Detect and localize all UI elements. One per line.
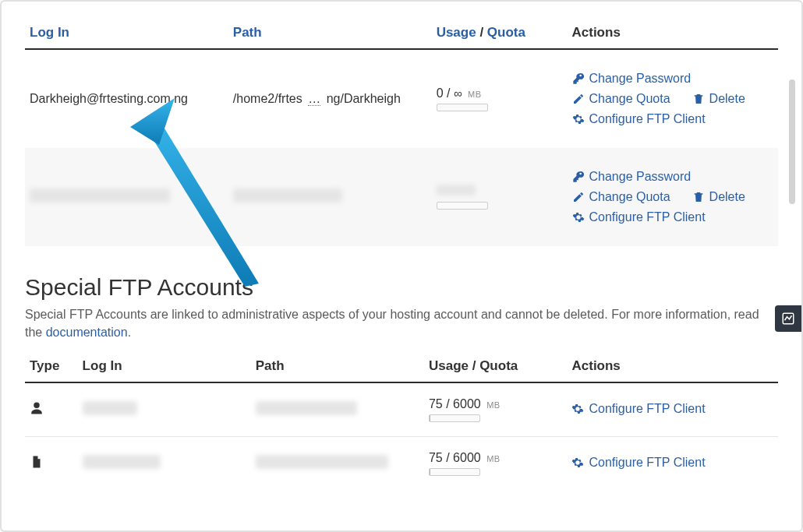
configure-ftp-link[interactable]: Configure FTP Client [572,112,706,126]
ftp-actions-cell: Change Password Change Quota Delete [568,148,779,246]
ftp-login: Darkheigh@frtesting.com.ng [25,49,228,148]
configure-ftp-label: Configure FTP Client [589,456,705,470]
configure-ftp-link[interactable]: Configure FTP Client [571,402,705,416]
configure-ftp-label: Configure FTP Client [589,402,705,416]
pencil-icon [572,93,585,105]
usage-bar [437,104,488,111]
gear-icon [571,403,584,415]
usage-sep: / [446,397,449,410]
redacted [30,188,170,203]
ftp-account-row: Change Password Change Quota Delete [25,148,778,246]
col-header-path[interactable]: Path [228,19,432,49]
type-cell [25,382,78,437]
usage-used: 75 [429,451,443,464]
usage-cell: 75 / 6000 MB [424,437,568,491]
section-desc-post: . [128,326,131,339]
change-password-label: Change Password [589,170,692,184]
special-ftp-row: 75 / 6000 MB Configure FTP Client [25,382,778,437]
stats-badge[interactable] [775,305,801,332]
delete-label: Delete [709,190,745,204]
delete-link[interactable]: Delete [692,190,745,204]
configure-ftp-link[interactable]: Configure FTP Client [572,210,706,224]
ftp-usage-cell [432,148,568,246]
usage-unit: MB [468,90,482,99]
usage-unit: MB [486,400,501,410]
key-icon [572,171,585,183]
panel-frame: Log In Path Usage / Quota Actions Darkhe… [0,0,803,532]
change-quota-link[interactable]: Change Quota [572,92,670,106]
section-title: Special FTP Accounts [25,274,778,301]
redacted [83,401,137,415]
special-ftp-row: 75 / 6000 MB Configure FTP Client [25,437,778,491]
file-icon [30,458,44,471]
usage-bar [429,414,480,422]
col-header-actions: Actions [567,352,778,382]
actions-cell: Configure FTP Client [567,382,778,437]
redacted [256,455,388,469]
ftp-actions-cell: Change Password Change Quota Delete [568,49,779,148]
section-description: Special FTP Accounts are linked to admin… [25,305,778,341]
col-header-login: Log In [78,352,251,382]
redacted [256,401,357,415]
user-icon [30,404,44,417]
gear-icon [572,211,585,224]
ftp-accounts-table: Log In Path Usage / Quota Actions Darkhe… [25,19,778,246]
documentation-link[interactable]: documentation [46,326,128,339]
change-quota-link[interactable]: Change Quota [572,190,670,204]
trash-icon [692,191,705,203]
usage-unit: MB [486,454,501,463]
scrollbar-thumb[interactable] [789,79,795,204]
col-header-quota[interactable]: Quota [487,25,525,40]
redacted [83,455,161,469]
login-cell [78,437,251,491]
pencil-icon [572,191,585,203]
usage-quota: 6000 [453,397,481,410]
usage-used: 0 [437,86,444,100]
usage-sep: / [447,86,450,100]
actions-cell: Configure FTP Client [567,437,778,491]
gear-icon [571,456,584,469]
col-header-usage: Usage / Quota [424,352,568,382]
ftp-path: /home2/frtes … ng/Darkheigh [228,49,432,148]
redacted [437,185,476,196]
col-header-type: Type [25,352,78,382]
key-icon [572,72,585,85]
path-cell [251,437,424,491]
change-quota-label: Change Quota [589,92,670,106]
usage-sep: / [446,451,449,464]
usage-quota: ∞ [454,86,462,100]
delete-link[interactable]: Delete [692,92,745,106]
ftp-path-left: /home2/frtes [233,92,302,105]
configure-ftp-label: Configure FTP Client [589,210,706,224]
special-ftp-table: Type Log In Path Usage / Quota Actions 7… [25,352,778,490]
change-password-link[interactable]: Change Password [572,170,692,184]
usage-used: 75 [429,397,443,410]
col-header-actions: Actions [568,19,779,49]
usage-quota: 6000 [453,451,481,464]
change-quota-label: Change Quota [589,190,670,204]
ftp-usage-cell: 0 / ∞ MB [432,49,568,148]
col-header-usage-quota[interactable]: Usage / Quota [432,19,568,49]
type-cell [25,437,78,491]
col-header-path: Path [251,352,424,382]
delete-label: Delete [709,92,745,106]
ftp-account-row: Darkheigh@frtesting.com.ng /home2/frtes … [25,49,778,148]
login-cell [78,382,251,437]
usage-cell: 75 / 6000 MB [424,382,568,437]
change-password-link[interactable]: Change Password [572,72,692,86]
section-desc-pre: Special FTP Accounts are linked to admin… [25,308,759,339]
redacted [233,188,342,203]
change-password-label: Change Password [589,72,692,86]
ftp-login [25,148,228,246]
col-header-usage[interactable]: Usage [437,25,476,40]
path-cell [251,382,424,437]
trash-icon [692,93,705,105]
ftp-path-ellipsis[interactable]: … [308,92,320,106]
gear-icon [572,113,585,125]
scrollbar-track[interactable] [789,17,795,515]
col-header-login[interactable]: Log In [25,19,228,49]
usage-bar [437,202,488,210]
ftp-path [228,148,432,246]
configure-ftp-label: Configure FTP Client [589,112,706,126]
configure-ftp-link[interactable]: Configure FTP Client [571,456,705,470]
